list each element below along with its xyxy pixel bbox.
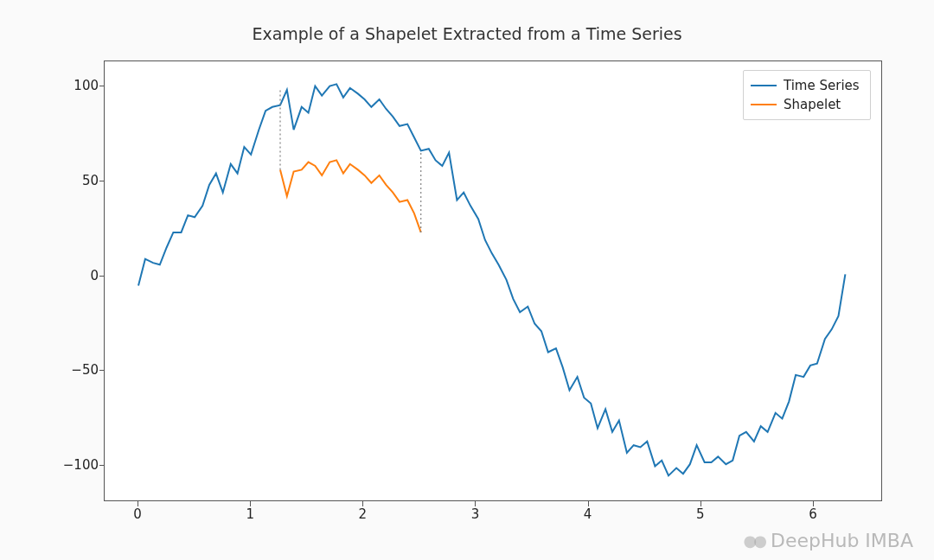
plot-svg	[105, 61, 881, 500]
legend: Time Series Shapelet	[743, 70, 871, 120]
y-tick-mark	[99, 181, 105, 181]
chart-title: Example of a Shapelet Extracted from a T…	[0, 24, 934, 43]
x-tick-mark	[475, 501, 476, 506]
plot-area: Time Series Shapelet	[104, 60, 882, 501]
legend-label: Shapelet	[784, 97, 841, 112]
x-tick-mark	[588, 501, 589, 506]
legend-entry-shapelet: Shapelet	[751, 95, 861, 114]
x-tick-label: 3	[471, 506, 480, 522]
wechat-icon: ●●	[744, 531, 764, 550]
y-tick-label: 100	[55, 78, 99, 93]
watermark-text: DeepHub IMBA	[771, 530, 913, 551]
y-tick-mark	[99, 86, 105, 86]
x-tick-mark	[362, 501, 363, 506]
legend-swatch	[751, 85, 777, 86]
x-tick-label: 5	[696, 506, 705, 522]
legend-label: Time Series	[784, 78, 860, 93]
y-tick-mark	[99, 370, 105, 371]
legend-swatch	[751, 104, 777, 105]
x-tick-label: 1	[246, 506, 254, 522]
figure: Example of a Shapelet Extracted from a T…	[0, 0, 934, 560]
x-tick-mark	[250, 501, 251, 506]
x-tick-mark	[700, 501, 701, 506]
x-tick-label: 0	[133, 506, 142, 522]
x-tick-label: 6	[809, 506, 817, 522]
y-tick-label: −100	[55, 457, 99, 473]
y-tick-mark	[99, 276, 105, 277]
y-tick-label: −50	[55, 362, 99, 378]
x-tick-label: 4	[584, 506, 592, 522]
legend-entry-time-series: Time Series	[751, 76, 861, 95]
y-tick-label: 50	[55, 173, 99, 188]
x-tick-label: 2	[359, 506, 368, 522]
x-tick-mark	[813, 501, 814, 506]
watermark: ●● DeepHub IMBA	[744, 530, 913, 551]
y-tick-mark	[99, 465, 105, 466]
y-tick-label: 0	[55, 268, 99, 283]
x-tick-mark	[138, 501, 138, 506]
